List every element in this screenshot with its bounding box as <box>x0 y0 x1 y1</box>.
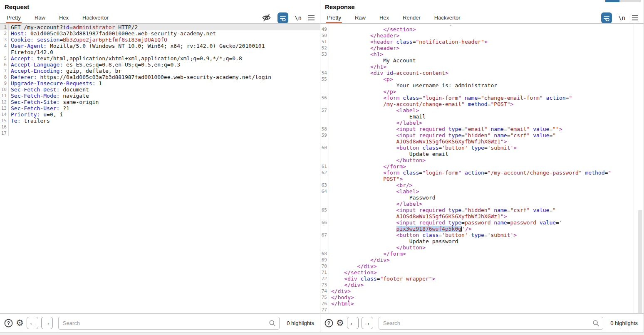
newline-toggle-icon[interactable]: \n <box>618 15 625 21</box>
code-row[interactable]: My Account <box>320 57 634 64</box>
code-row[interactable]: 54 <div id=account-content> <box>320 70 634 76</box>
code-row[interactable]: 59 <input required type="hidden" name="c… <box>320 132 634 138</box>
code-row[interactable]: 10Sec-Fetch-Dest: document <box>0 86 320 93</box>
previous-match-button[interactable]: ← <box>347 317 359 329</box>
tab-raw[interactable]: Raw <box>34 12 46 23</box>
newline-toggle-icon[interactable]: \n <box>295 15 302 21</box>
code-row[interactable]: 2Host: 0a1d005c03a7b3d881987fad001000ee.… <box>0 30 320 37</box>
code-row[interactable]: </h1> <box>320 64 634 70</box>
tab-pretty[interactable]: Pretty <box>6 12 22 23</box>
code-row[interactable]: 1GET /my-account?id=administrator HTTP/2 <box>0 24 320 30</box>
code-row[interactable]: 14Priority: u=0, i <box>0 111 320 118</box>
code-row[interactable]: Password <box>320 195 634 201</box>
code-row[interactable]: 6Accept-Language: es-ES,es;q=0.8,en-US;q… <box>0 62 320 68</box>
code-row[interactable]: 66 <input required type=password name=pa… <box>320 219 634 226</box>
code-row[interactable]: 5Accept: text/html,application/xhtml+xml… <box>0 55 320 62</box>
line-number: 7 <box>0 68 9 74</box>
code-row[interactable]: 11Sec-Fetch-Mode: navigate <box>0 93 320 99</box>
code-row[interactable]: 12Sec-Fetch-Site: same-origin <box>0 99 320 105</box>
code-row[interactable]: Email <box>320 113 634 120</box>
code-row[interactable]: 72 <div class="footer-wrapper"> <box>320 276 634 282</box>
editor-menu-icon[interactable] <box>632 15 639 21</box>
code-row[interactable]: 69 </div> <box>320 257 634 263</box>
code-row[interactable]: </p> <box>320 89 634 95</box>
code-row[interactable]: 17 <box>0 130 320 136</box>
code-row[interactable]: 16 <box>0 124 320 130</box>
code-row[interactable]: 73 </div> <box>320 282 634 288</box>
code-row[interactable]: </button> <box>320 244 634 251</box>
line-number: 69 <box>320 257 329 263</box>
code-row[interactable]: </label> <box>320 201 634 207</box>
code-row[interactable]: 13Sec-Fetch-User: ?1 <box>0 105 320 111</box>
help-icon[interactable]: ? <box>324 319 333 328</box>
line-number: 15 <box>0 118 9 124</box>
line-number: 63 <box>320 182 329 188</box>
code-row[interactable]: 52 </header> <box>320 45 634 51</box>
code-row[interactable]: 9Upgrade-Insecure-Requests: 1 <box>0 80 320 86</box>
code-row[interactable]: 67 <button class='button' type='submit'> <box>320 232 634 238</box>
tab-render[interactable]: Render <box>402 12 421 23</box>
code-row[interactable]: 56 <form class="login-form" name="change… <box>320 95 634 101</box>
tab-hex[interactable]: Hex <box>58 12 69 23</box>
code-row[interactable]: 60 <button class='button' type='submit'> <box>320 145 634 151</box>
code-row[interactable]: 49 </section> <box>320 26 634 32</box>
code-row[interactable]: 51 <header class="notification-header"> <box>320 39 634 45</box>
code-row[interactable]: AJOSd8wWx1S5gf6GKS6XyfbWfJhXGWz1"> <box>320 213 634 219</box>
code-row[interactable]: Firefox/142.0 <box>0 49 320 55</box>
code-row[interactable]: Your username is: administrator <box>320 82 634 89</box>
code-row[interactable]: pix3wz91876wuf4p5k0g'/> <box>320 226 634 232</box>
search-input[interactable] <box>379 317 603 330</box>
hide-eye-icon[interactable] <box>262 13 271 22</box>
code-row[interactable]: 8Referer: https://0a1d005c03a7b3d881987f… <box>0 74 320 80</box>
code-row[interactable]: 65 <input required type="hidden" name="c… <box>320 207 634 213</box>
tab-pretty[interactable]: Pretty <box>326 12 342 23</box>
help-icon[interactable]: ? <box>4 319 13 328</box>
code-row[interactable]: 4User-Agent: Mozilla/5.0 (Windows NT 10.… <box>0 43 320 49</box>
code-row[interactable]: 3Cookie: session=Bb3Zupe2jar6pFEfmf8sI83… <box>0 37 320 43</box>
code-row[interactable]: 64 <label> <box>320 188 634 195</box>
code-row[interactable]: Update password <box>320 238 634 244</box>
code-row[interactable]: 50 </header> <box>320 32 634 39</box>
code-row[interactable]: 57 <label> <box>320 107 634 113</box>
code-row[interactable]: 7Accept-Encoding: gzip, deflate, br <box>0 68 320 74</box>
code-row[interactable]: 68 </form> <box>320 251 634 257</box>
code-row[interactable]: 15Te: trailers <box>0 118 320 124</box>
code-row[interactable]: /my-account/change-email" method="POST"> <box>320 101 634 107</box>
settings-gear-icon[interactable]: ⚙ <box>336 318 344 327</box>
code-row[interactable]: 75</body> <box>320 294 634 301</box>
code-row[interactable]: 77 <box>320 307 634 313</box>
word-wrap-toggle-icon[interactable] <box>277 12 288 23</box>
response-scrollbar-track[interactable] <box>634 24 644 313</box>
highlights-count: 0 highlights <box>287 320 314 326</box>
tab-raw[interactable]: Raw <box>354 12 367 23</box>
response-scrollbar-thumb[interactable] <box>638 210 642 313</box>
code-row[interactable]: 71 </section> <box>320 269 634 276</box>
word-wrap-toggle-icon[interactable] <box>601 12 612 23</box>
code-row[interactable]: 53 <h1> <box>320 51 634 57</box>
code-row[interactable]: 76</html> <box>320 301 634 307</box>
next-match-button[interactable]: → <box>362 317 373 329</box>
request-editor[interactable]: 1GET /my-account?id=administrator HTTP/2… <box>0 24 320 313</box>
line-number <box>320 82 329 89</box>
code-row[interactable]: 63 <br/> <box>320 182 634 188</box>
code-row[interactable]: 62 <form class="login-form" action="/my-… <box>320 170 634 176</box>
response-editor[interactable]: </p>49 </section>50 </header>51 <header … <box>320 24 634 313</box>
code-row[interactable]: 70 </div> <box>320 263 634 269</box>
code-row[interactable]: Update email <box>320 151 634 157</box>
code-row[interactable]: </button> <box>320 157 634 163</box>
code-row[interactable]: </label> <box>320 120 634 126</box>
code-row[interactable]: 74</div> <box>320 288 634 294</box>
code-row[interactable]: 55 <p> <box>320 76 634 82</box>
tab-hackvertor[interactable]: Hackvertor <box>82 12 109 23</box>
previous-match-button[interactable]: ← <box>27 317 38 329</box>
code-row[interactable]: POST"> <box>320 176 634 182</box>
editor-menu-icon[interactable] <box>308 15 315 21</box>
code-row[interactable]: 58 <input required type="email" name="em… <box>320 126 634 132</box>
settings-gear-icon[interactable]: ⚙ <box>16 318 24 327</box>
tab-hex[interactable]: Hex <box>379 12 390 23</box>
code-row[interactable]: AJOSd8wWx1S5gf6GKS6XyfbWfJhXGWz1"> <box>320 138 634 145</box>
search-input[interactable] <box>58 317 280 330</box>
next-match-button[interactable]: → <box>41 317 53 329</box>
tab-hackvertor[interactable]: Hackvertor <box>433 12 461 23</box>
code-row[interactable]: 61 </form> <box>320 163 634 170</box>
